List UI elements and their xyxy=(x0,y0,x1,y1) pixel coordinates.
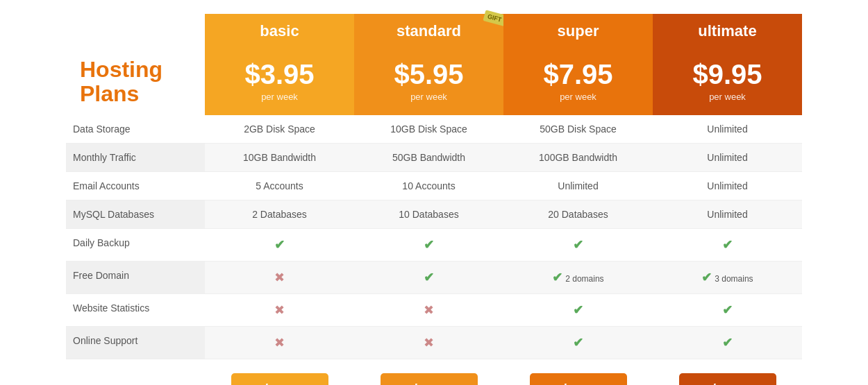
feature-label-2: Email Accounts xyxy=(66,172,205,200)
cross-icon: ✖ xyxy=(274,336,285,350)
price-amount-super: $7.95 xyxy=(510,59,646,90)
signup-cell-standard: sign up xyxy=(354,359,503,385)
price-cell-standard: $5.95 per week xyxy=(354,49,503,115)
check-icon: ✔ xyxy=(722,238,733,252)
check-icon: ✔ xyxy=(722,303,733,317)
feature-cell-2-0: 5 Accounts xyxy=(205,172,354,200)
feature-cell-3-2: 20 Databases xyxy=(503,200,653,229)
feature-cell-1-0: 10GB Bandwidth xyxy=(205,144,354,172)
feature-cell-3-1: 10 Databases xyxy=(354,200,503,229)
check-icon: ✔ xyxy=(701,271,712,284)
check-icon: ✔ xyxy=(722,336,733,350)
hosting-title: HostingPlans xyxy=(80,58,162,106)
check-icon: ✔ xyxy=(424,271,434,284)
cross-icon: ✖ xyxy=(424,303,434,317)
price-cell-basic: $3.95 per week xyxy=(205,49,354,115)
price-amount-standard: $5.95 xyxy=(361,59,496,90)
feature-label-7: Online Support xyxy=(66,327,205,359)
feature-cell-4-2: ✔ xyxy=(503,229,653,262)
feature-cell-6-1: ✖ xyxy=(354,294,503,327)
feature-cell-6-2: ✔ xyxy=(503,294,653,327)
price-period-ultimate: per week xyxy=(709,92,746,102)
price-period-super: per week xyxy=(560,92,596,102)
feature-cell-5-3: ✔ 3 domains xyxy=(653,262,802,294)
feature-label-6: Website Statistics xyxy=(66,294,205,327)
signup-button-super[interactable]: sign up xyxy=(530,373,627,385)
feature-cell-1-1: 50GB Bandwidth xyxy=(354,144,503,172)
feature-cell-4-0: ✔ xyxy=(205,229,354,262)
feature-cell-7-1: ✖ xyxy=(354,327,503,359)
feature-label-1: Monthly Traffic xyxy=(66,144,205,172)
feature-cell-6-3: ✔ xyxy=(653,294,802,327)
plan-header-basic: basic xyxy=(205,14,354,49)
feature-cell-7-3: ✔ xyxy=(653,327,802,359)
feature-cell-1-2: 100GB Bandwidth xyxy=(503,144,653,172)
feature-cell-5-1: ✔ xyxy=(354,262,503,294)
signup-button-basic[interactable]: sign up xyxy=(231,373,328,385)
feature-cell-0-2: 50GB Disk Space xyxy=(503,115,653,144)
pricing-table: basicstandardGIFTsuperultimateHostingPla… xyxy=(66,14,802,385)
feature-cell-3-3: Unlimited xyxy=(653,200,802,229)
check-extra-5-3: 3 domains xyxy=(715,274,753,284)
check-icon: ✔ xyxy=(573,238,583,252)
price-amount-basic: $3.95 xyxy=(212,59,347,90)
gift-badge: GIFT xyxy=(483,10,506,26)
feature-cell-5-2: ✔ 2 domains xyxy=(503,262,653,294)
check-extra-5-2: 2 domains xyxy=(565,274,603,284)
feature-cell-2-2: Unlimited xyxy=(503,172,653,200)
feature-cell-4-1: ✔ xyxy=(354,229,503,262)
plan-header-standard: standardGIFT xyxy=(354,14,503,49)
check-icon: ✔ xyxy=(274,238,285,252)
plan-header-ultimate: ultimate xyxy=(653,14,802,49)
cross-icon: ✖ xyxy=(274,303,285,317)
check-icon: ✔ xyxy=(552,271,562,284)
feature-cell-4-3: ✔ xyxy=(653,229,802,262)
feature-cell-0-0: 2GB Disk Space xyxy=(205,115,354,144)
feature-label-0: Data Storage xyxy=(66,115,205,144)
feature-cell-0-1: 10GB Disk Space xyxy=(354,115,503,144)
signup-button-standard[interactable]: sign up xyxy=(381,373,478,385)
price-cell-ultimate: $9.95 per week xyxy=(653,49,802,115)
cross-icon: ✖ xyxy=(424,336,434,350)
feature-cell-2-1: 10 Accounts xyxy=(354,172,503,200)
signup-cell-ultimate: sign up xyxy=(653,359,802,385)
price-period-basic: per week xyxy=(261,92,298,102)
feature-label-3: MySQL Databases xyxy=(66,200,205,229)
price-cell-super: $7.95 per week xyxy=(503,49,653,115)
feature-label-4: Daily Backup xyxy=(66,229,205,262)
check-icon: ✔ xyxy=(573,303,583,317)
feature-cell-5-0: ✖ xyxy=(205,262,354,294)
feature-label-5: Free Domain xyxy=(66,262,205,294)
check-icon: ✔ xyxy=(573,336,583,350)
feature-cell-7-2: ✔ xyxy=(503,327,653,359)
price-amount-ultimate: $9.95 xyxy=(660,59,795,90)
feature-cell-3-0: 2 Databases xyxy=(205,200,354,229)
feature-cell-7-0: ✖ xyxy=(205,327,354,359)
feature-cell-1-3: Unlimited xyxy=(653,144,802,172)
feature-cell-6-0: ✖ xyxy=(205,294,354,327)
cross-icon: ✖ xyxy=(274,271,285,284)
feature-cell-2-3: Unlimited xyxy=(653,172,802,200)
header-spacer xyxy=(66,14,205,49)
signup-cell-super: sign up xyxy=(503,359,653,385)
signup-cell-basic: sign up xyxy=(205,359,354,385)
signup-spacer xyxy=(66,359,205,385)
feature-cell-0-3: Unlimited xyxy=(653,115,802,144)
price-period-standard: per week xyxy=(410,92,447,102)
signup-button-ultimate[interactable]: sign up xyxy=(679,373,776,385)
plan-header-super: super xyxy=(503,14,653,49)
pricing-container: basicstandardGIFTsuperultimateHostingPla… xyxy=(52,0,816,385)
check-icon: ✔ xyxy=(424,238,434,252)
hosting-title-cell: HostingPlans xyxy=(66,49,205,115)
